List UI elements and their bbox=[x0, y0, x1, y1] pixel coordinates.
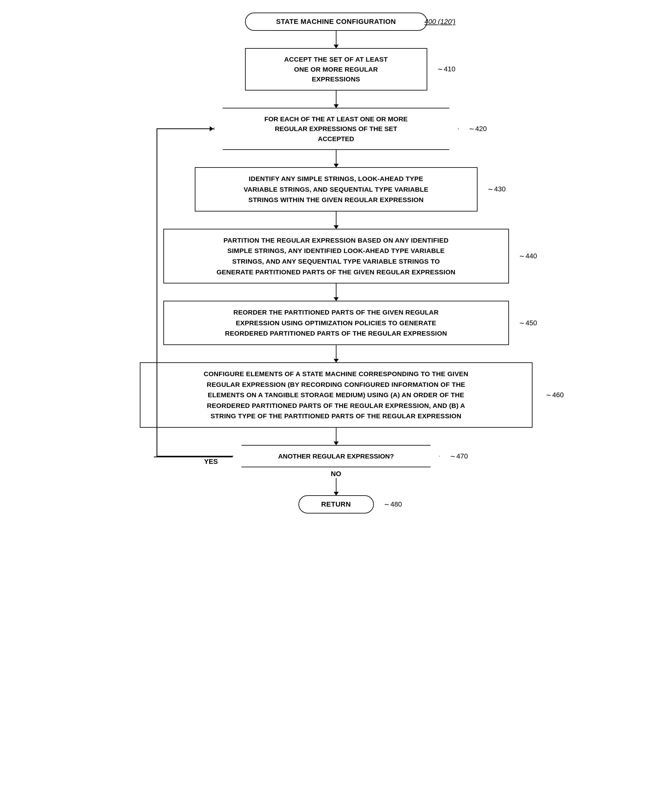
arrow-410-to-420 bbox=[336, 91, 336, 108]
no-label: NO bbox=[331, 470, 341, 478]
node-470: ANOTHER REGULAR EXPRESSION? ~470 bbox=[233, 445, 440, 468]
ref-410: ~410 bbox=[438, 65, 456, 73]
node-410: ACCEPT THE SET OF AT LEASTONE OR MORE RE… bbox=[245, 48, 427, 91]
shape-410: ACCEPT THE SET OF AT LEASTONE OR MORE RE… bbox=[245, 48, 427, 91]
shape-430: IDENTIFY ANY SIMPLE STRINGS, LOOK-AHEAD … bbox=[195, 167, 478, 211]
label-450: REORDER THE PARTITIONED PARTS OF THE GIV… bbox=[225, 309, 447, 337]
shape-470: ANOTHER REGULAR EXPRESSION? bbox=[233, 445, 440, 468]
shape-460: CONFIGURE ELEMENTS OF A STATE MACHINE CO… bbox=[140, 362, 533, 428]
node-450: REORDER THE PARTITIONED PARTS OF THE GIV… bbox=[163, 301, 509, 345]
start-label: STATE MACHINE CONFIGURATION bbox=[276, 17, 396, 25]
ref-450: ~450 bbox=[520, 319, 537, 327]
label-420: FOR EACH OF THE AT LEAST ONE OR MOREREGU… bbox=[264, 115, 408, 142]
label-430: IDENTIFY ANY SIMPLE STRINGS, LOOK-AHEAD … bbox=[244, 175, 428, 203]
ref-480: ~480 bbox=[384, 500, 402, 508]
arrow-420-to-430 bbox=[336, 150, 336, 167]
label-480: RETURN bbox=[321, 500, 351, 508]
arrow-450-to-460 bbox=[336, 345, 336, 362]
start-shape: STATE MACHINE CONFIGURATION bbox=[245, 13, 427, 31]
start-node: STATE MACHINE CONFIGURATION 400 (120') bbox=[245, 13, 427, 31]
label-440: PARTITION THE REGULAR EXPRESSION BASED O… bbox=[216, 237, 456, 275]
label-470: ANOTHER REGULAR EXPRESSION? bbox=[278, 452, 394, 460]
shape-450: REORDER THE PARTITIONED PARTS OF THE GIV… bbox=[163, 301, 509, 345]
node-430: IDENTIFY ANY SIMPLE STRINGS, LOOK-AHEAD … bbox=[195, 167, 478, 211]
diagram-ref: 400 (120') bbox=[424, 17, 455, 26]
ref-460: ~460 bbox=[546, 391, 564, 399]
arrow-470-to-480 bbox=[336, 478, 336, 495]
shape-440: PARTITION THE REGULAR EXPRESSION BASED O… bbox=[163, 229, 509, 283]
shape-480: RETURN bbox=[298, 495, 374, 513]
ref-420: ~420 bbox=[469, 125, 487, 133]
ref-440: ~440 bbox=[520, 252, 537, 260]
label-460: CONFIGURE ELEMENTS OF A STATE MACHINE CO… bbox=[203, 370, 469, 419]
arrow-460-to-470 bbox=[336, 428, 336, 445]
flowchart: STATE MACHINE CONFIGURATION 400 (120') A… bbox=[116, 13, 556, 513]
arrow-start-to-410 bbox=[336, 31, 336, 48]
yes-label: YES bbox=[204, 458, 218, 466]
arrow-440-to-450 bbox=[336, 283, 336, 301]
shape-420: FOR EACH OF THE AT LEAST ONE OR MOREREGU… bbox=[214, 108, 459, 150]
node-480: RETURN ~480 bbox=[298, 495, 374, 513]
label-410: ACCEPT THE SET OF AT LEASTONE OR MORE RE… bbox=[284, 56, 388, 83]
ref-430: ~430 bbox=[488, 185, 506, 193]
arrow-430-to-440 bbox=[336, 211, 336, 229]
node-420: FOR EACH OF THE AT LEAST ONE OR MOREREGU… bbox=[214, 108, 459, 150]
node-460: CONFIGURE ELEMENTS OF A STATE MACHINE CO… bbox=[140, 362, 533, 428]
ref-470: ~470 bbox=[450, 452, 468, 460]
step-470-area: YES ANOTHER REGULAR EXPRESSION? ~470 NO bbox=[116, 445, 556, 478]
node-440: PARTITION THE REGULAR EXPRESSION BASED O… bbox=[163, 229, 509, 283]
